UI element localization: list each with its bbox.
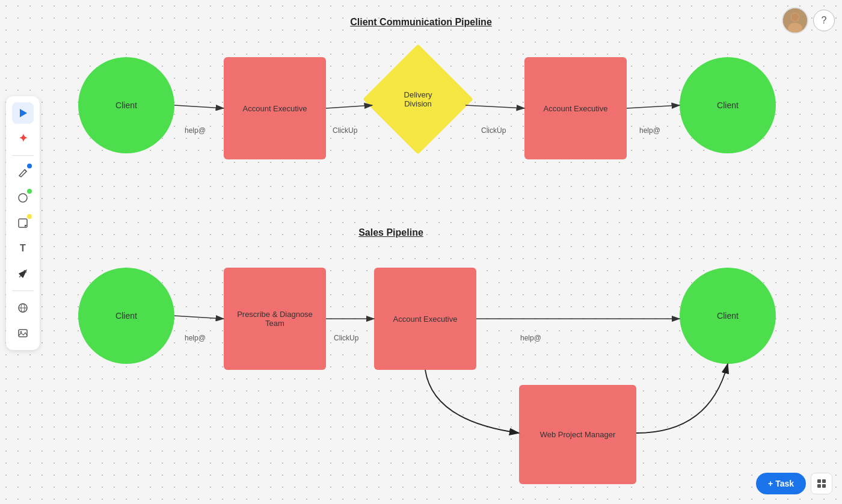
cc-delivery-division-node[interactable]: Delivery Division	[370, 51, 466, 147]
ai-tool-button[interactable]: ✦	[12, 128, 34, 149]
toolbar-divider-1	[12, 155, 34, 156]
play-tool-button[interactable]	[12, 102, 34, 124]
cc-edge-label-4: help@	[639, 126, 660, 135]
sp-edge-label-3: help@	[520, 334, 541, 342]
svg-point-19	[20, 331, 22, 333]
cc-edge-label-2: ClickUp	[333, 126, 357, 135]
text-tool-button[interactable]: T	[12, 238, 34, 259]
cc-edge-label-3: ClickUp	[481, 126, 506, 135]
circle-tool-button[interactable]	[12, 187, 34, 209]
svg-marker-9	[20, 109, 27, 117]
svg-rect-24	[817, 479, 821, 483]
note-tool-button[interactable]	[12, 212, 34, 234]
cc-edge-label-1: help@	[185, 126, 206, 135]
image-tool-button[interactable]	[12, 322, 34, 344]
sp-edge-label-2: ClickUp	[334, 334, 358, 342]
pen-tool-button[interactable]	[12, 162, 34, 183]
svg-line-10	[25, 170, 26, 171]
add-task-button[interactable]: + Task	[756, 473, 806, 494]
cc-ae2-node[interactable]: Account Executive	[524, 57, 627, 159]
svg-rect-25	[822, 479, 826, 483]
sp-pdt-node[interactable]: Prescribe & Diagnose Team	[224, 268, 326, 370]
cc-ae1-node[interactable]: Account Executive	[224, 57, 326, 159]
svg-rect-27	[822, 484, 826, 488]
toolbar: ✦ T	[6, 96, 40, 350]
sp-wpm-node[interactable]: Web Project Manager	[519, 385, 636, 484]
bottom-controls: + Task	[756, 473, 832, 494]
cc-client2-node[interactable]: Client	[680, 57, 776, 153]
pipeline-title-client-communication: Client Communication Pipeline	[331, 17, 511, 28]
cc-client1-node[interactable]: Client	[78, 57, 174, 153]
toolbar-divider-2	[12, 290, 34, 291]
grid-view-button[interactable]	[811, 473, 832, 494]
sp-client2-node[interactable]: Client	[680, 268, 776, 364]
user-avatar-button[interactable]	[782, 7, 808, 34]
globe-tool-button[interactable]	[12, 297, 34, 319]
svg-point-11	[19, 194, 27, 202]
arrow-tool-button[interactable]	[12, 263, 34, 284]
pipeline-title-sales: Sales Pipeline	[331, 227, 451, 238]
svg-rect-26	[817, 484, 821, 488]
top-controls: ?	[782, 7, 835, 34]
sp-ae-node[interactable]: Account Executive	[374, 268, 476, 370]
sp-client1-node[interactable]: Client	[78, 268, 174, 364]
help-button[interactable]: ?	[813, 10, 835, 31]
svg-point-22	[788, 23, 802, 34]
svg-point-23	[791, 13, 799, 21]
sp-edge-label-1: help@	[185, 334, 206, 342]
